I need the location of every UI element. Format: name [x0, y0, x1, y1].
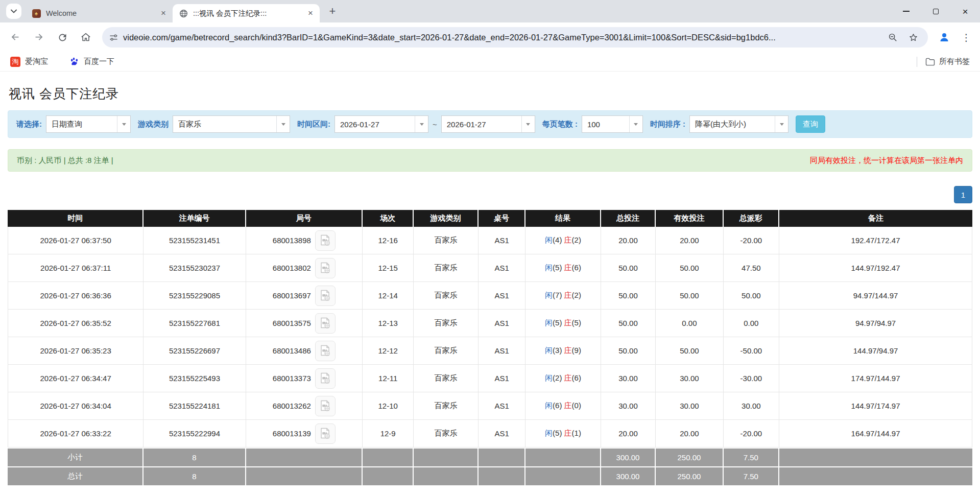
table-row: 2026-01-27 06:37:11523155230237680013802… [8, 254, 972, 282]
video-replay-icon [319, 344, 332, 358]
video-replay-button[interactable] [315, 341, 336, 361]
per-page-value[interactable]: 100 [582, 116, 629, 132]
cell-bet-id: 523155231451 [144, 227, 246, 254]
per-page-dropdown-button[interactable] [629, 116, 642, 132]
video-replay-button[interactable] [315, 396, 336, 416]
browser-menu-button[interactable]: ⋮ [958, 27, 975, 48]
url-text[interactable]: videoie.com/game/betrecord_search/kind3?… [123, 33, 880, 42]
cell-total-bet[interactable]: 50.00 [601, 282, 656, 310]
cell-payout: 0.00 [724, 310, 780, 337]
cell-empty [246, 466, 363, 485]
tab-welcome[interactable]: ♠ Welcome × [26, 4, 173, 22]
cell-table-no: AS1 [479, 392, 526, 420]
casino-cards-icon: ♠ [32, 9, 41, 18]
subtotal-count: 8 [144, 447, 246, 466]
cell-valid-bet: 30.00 [656, 392, 723, 420]
tune-icon[interactable] [109, 33, 118, 42]
cell-total-bet[interactable]: 50.00 [601, 310, 656, 337]
cell-remark: 94.97/144.97 [779, 282, 972, 310]
cell-result: 闲(2) 庄(6) [525, 365, 601, 392]
sort-combobox[interactable]: 降幂(由大到小) [689, 115, 788, 133]
date-end-combobox[interactable]: 2026-01-27 [441, 115, 535, 133]
taobao-icon: 淘 [10, 57, 20, 67]
video-replay-button[interactable] [315, 368, 336, 389]
cell-total-bet[interactable]: 30.00 [601, 365, 656, 392]
cell-bet-id: 523155227681 [144, 310, 246, 337]
cell-round-id: 680013575 [246, 310, 363, 337]
date-tilde: ~ [433, 120, 437, 129]
header-valid-bet: 有效投注 [656, 210, 723, 227]
cell-total-bet[interactable]: 20.00 [601, 227, 656, 254]
chevron-down-icon [122, 123, 126, 126]
video-replay-button[interactable] [315, 286, 336, 306]
cell-time: 2026-01-27 06:35:23 [8, 337, 144, 365]
cell-valid-bet: 30.00 [656, 365, 723, 392]
cell-valid-bet: 20.00 [656, 227, 723, 254]
game-kind-dropdown-button[interactable] [276, 116, 290, 132]
cell-total-bet[interactable]: 20.00 [601, 420, 656, 447]
header-remark: 备注 [779, 210, 972, 227]
minimize-button[interactable] [891, 0, 921, 22]
table-row: 2026-01-27 06:36:36523155229085680013697… [8, 282, 972, 310]
cell-result: 闲(5) 庄(1) [525, 420, 601, 447]
header-session: 场次 [363, 210, 414, 227]
close-window-button[interactable]: × [950, 0, 980, 22]
video-replay-button[interactable] [315, 230, 336, 251]
zoom-button[interactable] [885, 30, 900, 45]
table-row: 2026-01-27 06:35:23523155226697680013486… [8, 337, 972, 365]
sort-dropdown-button[interactable] [775, 116, 788, 132]
cell-result: 闲(4) 庄(2) [525, 227, 601, 254]
sort-value[interactable]: 降幂(由大到小) [690, 116, 775, 132]
cell-bet-id: 523155226697 [144, 337, 246, 365]
round-number: 680013898 [273, 236, 311, 245]
maximize-icon [933, 9, 939, 14]
bookmark-label: 百度一下 [84, 57, 114, 66]
cell-remark: 174.97/144.97 [779, 365, 972, 392]
zoom-icon [888, 33, 897, 42]
new-tab-button[interactable]: + [325, 4, 340, 19]
search-button[interactable]: 查询 [796, 115, 825, 133]
address-bar[interactable]: videoie.com/game/betrecord_search/kind3?… [102, 27, 928, 48]
tab-close-icon[interactable]: × [158, 8, 169, 18]
cell-total-bet[interactable]: 30.00 [601, 392, 656, 420]
cell-session: 12-16 [363, 227, 414, 254]
page-1-button[interactable]: 1 [954, 186, 972, 203]
date-start-dropdown-button[interactable] [415, 116, 428, 132]
tab-search-button[interactable] [6, 4, 21, 19]
cell-game: 百家乐 [414, 365, 479, 392]
cell-session: 12-13 [363, 310, 414, 337]
bookmark-star-button[interactable] [905, 30, 921, 45]
date-start-value[interactable]: 2026-01-27 [335, 116, 415, 132]
date-end-dropdown-button[interactable] [521, 116, 535, 132]
home-button[interactable] [76, 27, 96, 48]
query-type-value[interactable]: 日期查询 [46, 116, 117, 132]
query-type-dropdown-button[interactable] [117, 116, 130, 132]
tab-close-icon[interactable]: × [305, 8, 316, 18]
video-replay-icon [319, 289, 332, 302]
cell-table-no: AS1 [479, 337, 526, 365]
date-start-combobox[interactable]: 2026-01-27 [334, 115, 428, 133]
cell-total-bet[interactable]: 50.00 [601, 337, 656, 365]
date-end-value[interactable]: 2026-01-27 [442, 116, 521, 132]
game-kind-combobox[interactable]: 百家乐 [173, 115, 290, 133]
per-page-combobox[interactable]: 100 [582, 115, 643, 133]
video-replay-button[interactable] [315, 423, 336, 444]
forward-button[interactable] [29, 27, 49, 48]
video-replay-button[interactable] [315, 313, 336, 334]
bookmark-aitaobao[interactable]: 淘 爱淘宝 [7, 55, 51, 69]
browser-toolbar: videoie.com/game/betrecord_search/kind3?… [0, 22, 980, 52]
video-replay-button[interactable] [315, 258, 336, 278]
round-number: 680013139 [273, 429, 311, 438]
tab-betrecord[interactable]: :::视讯 会员下注纪录::: × [173, 4, 320, 22]
game-kind-value[interactable]: 百家乐 [173, 116, 276, 132]
profile-button[interactable] [934, 27, 954, 48]
bookmark-baidu[interactable]: 百度一下 [66, 55, 117, 68]
all-bookmarks-button[interactable]: 所有书签 [922, 55, 973, 68]
reload-button[interactable] [52, 27, 73, 48]
back-button[interactable] [5, 27, 26, 48]
bookmarks-divider [917, 57, 917, 67]
cell-total-bet[interactable]: 50.00 [601, 254, 656, 282]
bookmarks-bar: 淘 爱淘宝 百度一下 所有书签 [0, 52, 980, 72]
query-type-combobox[interactable]: 日期查询 [46, 115, 131, 133]
maximize-button[interactable] [921, 0, 950, 22]
